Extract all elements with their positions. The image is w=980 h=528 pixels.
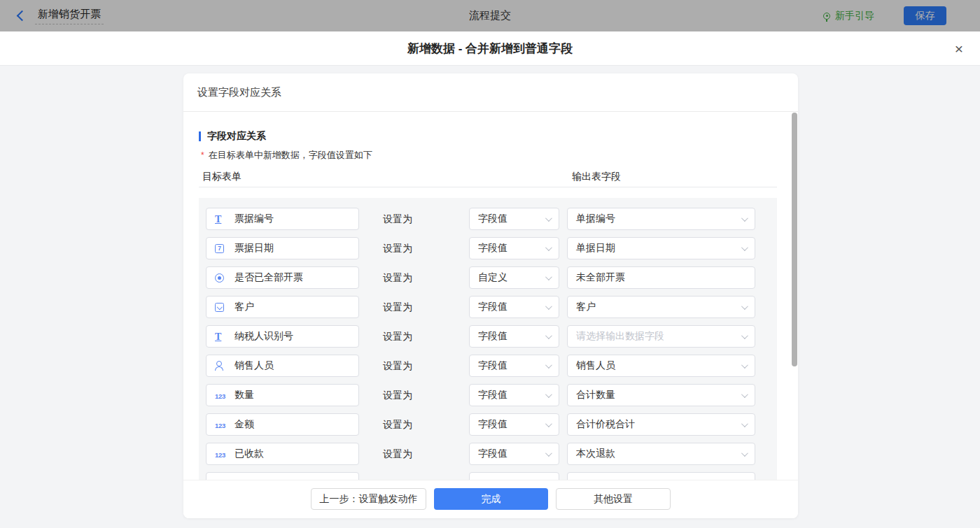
target-field-box[interactable]: 票据日期 bbox=[206, 237, 359, 259]
chevron-down-icon bbox=[741, 244, 748, 251]
field-mapping-row: 金额 设置为 字段值 合计价税合计 bbox=[199, 413, 777, 436]
field-mapping-row: 销售人员 设置为 字段值 销售人员 bbox=[199, 355, 777, 377]
output-field-dropdown[interactable] bbox=[567, 472, 755, 480]
target-field-box[interactable]: 票据编号 bbox=[206, 208, 359, 230]
target-field-label: 票据日期 bbox=[234, 242, 274, 255]
output-field-dropdown[interactable]: 请选择输出数据字段 bbox=[567, 325, 755, 348]
output-field-dropdown[interactable]: 单据日期 bbox=[567, 237, 755, 259]
output-field-dropdown[interactable]: 合计价税合计 bbox=[567, 413, 755, 436]
set-as-label: 设置为 bbox=[383, 413, 412, 436]
output-field-value: 单据编号 bbox=[576, 213, 615, 225]
card-header-title: 设置字段对应关系 bbox=[183, 73, 798, 112]
card-content: 字段对应关系 *在目标表单中新增数据，字段值设置如下 目标表单 输出表字段 票据… bbox=[183, 112, 798, 480]
text-field-icon bbox=[215, 213, 221, 225]
lightbulb-icon bbox=[823, 13, 830, 20]
divider bbox=[199, 187, 777, 187]
target-field-box[interactable]: 客户 bbox=[206, 296, 359, 318]
flow-name-title[interactable]: 新增销货开票 bbox=[35, 7, 104, 24]
value-type-value: 字段值 bbox=[478, 389, 507, 401]
card-footer: 上一步：设置触发动作 完成 其他设置 bbox=[183, 480, 798, 518]
chevron-down-icon bbox=[545, 391, 552, 398]
set-as-label: 设置为 bbox=[383, 208, 412, 230]
chevron-down-icon bbox=[545, 420, 552, 427]
target-field-box[interactable]: 纳税人识别号 bbox=[206, 325, 359, 348]
value-type-value: 字段值 bbox=[478, 359, 507, 372]
chevron-down-icon bbox=[545, 244, 552, 251]
chevron-down-icon bbox=[741, 303, 748, 310]
value-type-dropdown[interactable]: 字段值 bbox=[469, 325, 559, 348]
section-title: 字段对应关系 bbox=[207, 130, 266, 143]
dropdown-field-icon bbox=[215, 303, 224, 312]
value-type-dropdown[interactable]: 字段值 bbox=[469, 413, 559, 436]
output-field-value: 单据日期 bbox=[576, 242, 615, 255]
output-field-dropdown[interactable]: 合计数量 bbox=[567, 384, 755, 406]
target-field-box[interactable]: 销售人员 bbox=[206, 355, 359, 377]
back-icon[interactable] bbox=[17, 10, 28, 22]
note-text: 在目标表单中新增数据，字段值设置如下 bbox=[209, 150, 372, 160]
section-marker bbox=[199, 131, 201, 141]
output-field-value: 本次退款 bbox=[576, 448, 615, 460]
output-field-value: 销售人员 bbox=[576, 359, 615, 372]
number-123-icon bbox=[215, 390, 225, 401]
field-mapping-row: 客户 设置为 字段值 客户 bbox=[199, 296, 777, 318]
field-mapping-row bbox=[199, 472, 777, 480]
prev-step-button[interactable]: 上一步：设置触发动作 bbox=[311, 488, 426, 510]
target-field-label: 客户 bbox=[234, 301, 254, 313]
set-as-label: 设置为 bbox=[383, 443, 412, 465]
output-field-dropdown[interactable]: 本次退款 bbox=[567, 443, 755, 465]
number-123-icon bbox=[215, 448, 225, 459]
number-123-icon bbox=[215, 419, 225, 430]
user-icon bbox=[215, 361, 223, 371]
value-type-dropdown[interactable]: 字段值 bbox=[469, 355, 559, 377]
target-field-box[interactable]: 数量 bbox=[206, 384, 359, 406]
target-field-box[interactable]: 金额 bbox=[206, 413, 359, 436]
target-field-box[interactable]: 已收款 bbox=[206, 443, 359, 465]
modal-body: 设置字段对应关系 字段对应关系 *在目标表单中新增数据，字段值设置如下 目标表单… bbox=[0, 66, 980, 528]
topbar: 新增销货开票 流程提交 新手引导 保存 bbox=[0, 0, 980, 31]
value-type-dropdown[interactable]: 字段值 bbox=[469, 443, 559, 465]
required-asterisk: * bbox=[201, 150, 204, 160]
other-settings-button[interactable]: 其他设置 bbox=[556, 488, 671, 510]
value-type-value: 字段值 bbox=[478, 330, 507, 343]
scrollbar[interactable] bbox=[792, 113, 797, 366]
text-field-icon bbox=[215, 331, 221, 343]
modal-header: 新增数据 - 合并新增到普通字段 × bbox=[0, 31, 980, 66]
close-icon[interactable]: × bbox=[955, 41, 963, 56]
beginner-guide-link[interactable]: 新手引导 bbox=[823, 10, 874, 22]
chevron-down-icon bbox=[741, 391, 748, 398]
value-type-dropdown[interactable]: 字段值 bbox=[469, 296, 559, 318]
chevron-down-icon bbox=[741, 450, 748, 457]
value-type-value: 字段值 bbox=[478, 301, 507, 313]
value-type-value: 自定义 bbox=[478, 271, 507, 284]
field-mapping-row: 是否已全部开票 设置为 自定义 未全部开票 bbox=[199, 266, 777, 289]
field-mapping-card: 设置字段对应关系 字段对应关系 *在目标表单中新增数据，字段值设置如下 目标表单… bbox=[183, 73, 798, 518]
value-type-dropdown[interactable] bbox=[469, 472, 559, 480]
calendar-icon bbox=[215, 244, 224, 253]
output-field-value: 客户 bbox=[576, 301, 596, 313]
output-field-dropdown[interactable]: 单据编号 bbox=[567, 208, 755, 230]
save-button[interactable]: 保存 bbox=[904, 6, 946, 25]
set-as-label: 设置为 bbox=[383, 325, 412, 348]
value-type-dropdown[interactable]: 字段值 bbox=[469, 208, 559, 230]
output-field-value: 未全部开票 bbox=[576, 271, 625, 284]
target-field-box[interactable] bbox=[206, 472, 359, 480]
guide-label: 新手引导 bbox=[835, 10, 874, 22]
target-field-label: 已收款 bbox=[234, 448, 264, 460]
field-mapping-list: 票据编号 设置为 字段值 单据编号 票据日期 设置为 字段值 单据日期 是否已全 bbox=[199, 198, 777, 480]
target-field-label: 销售人员 bbox=[234, 359, 274, 372]
chevron-down-icon bbox=[545, 215, 552, 222]
output-field-dropdown[interactable]: 客户 bbox=[567, 296, 755, 318]
finish-button[interactable]: 完成 bbox=[434, 488, 548, 510]
chevron-down-icon bbox=[545, 273, 552, 280]
chevron-down-icon bbox=[545, 332, 552, 339]
target-field-box[interactable]: 是否已全部开票 bbox=[206, 266, 359, 289]
chevron-down-icon bbox=[741, 215, 748, 222]
set-as-label: 设置为 bbox=[383, 266, 412, 289]
output-field-dropdown[interactable]: 销售人员 bbox=[567, 355, 755, 377]
set-as-label: 设置为 bbox=[383, 237, 412, 259]
value-type-dropdown[interactable]: 自定义 bbox=[469, 266, 559, 289]
output-field-dropdown[interactable]: 未全部开票 bbox=[567, 266, 755, 289]
value-type-dropdown[interactable]: 字段值 bbox=[469, 237, 559, 259]
chevron-down-icon bbox=[545, 362, 552, 369]
value-type-dropdown[interactable]: 字段值 bbox=[469, 384, 559, 406]
